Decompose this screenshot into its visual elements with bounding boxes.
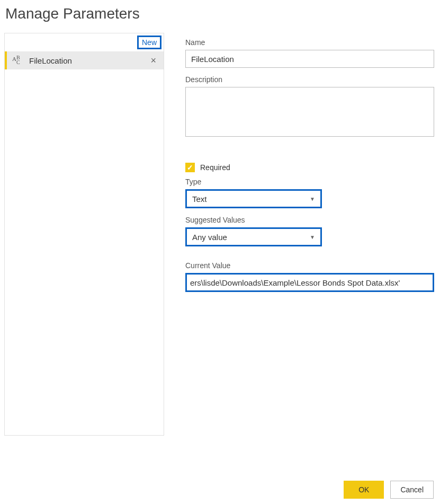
suggested-values-dropdown-value: Any value [192, 233, 227, 242]
type-dropdown-value: Text [192, 194, 207, 204]
chevron-down-icon: ▼ [310, 196, 315, 202]
chevron-down-icon: ▼ [310, 234, 315, 240]
ok-button[interactable]: OK [344, 481, 384, 499]
current-value-label: Current Value [185, 261, 436, 270]
delete-parameter-icon[interactable]: × [148, 56, 158, 65]
dialog-button-bar: OK Cancel [344, 481, 434, 499]
required-checkbox[interactable]: ✓ [185, 163, 195, 172]
type-dropdown[interactable]: Text ▼ [185, 189, 322, 208]
suggested-values-label: Suggested Values [185, 216, 436, 224]
current-value-input[interactable] [185, 273, 434, 292]
parameter-list-item[interactable]: ABC FileLocation × [5, 51, 164, 69]
abc-type-icon: ABC [12, 56, 23, 65]
new-parameter-button[interactable]: New [137, 36, 161, 49]
suggested-values-dropdown[interactable]: Any value ▼ [185, 227, 322, 246]
required-label: Required [200, 163, 230, 172]
cancel-button[interactable]: Cancel [390, 481, 434, 499]
type-label: Type [185, 178, 436, 186]
description-label: Description [185, 75, 436, 84]
parameter-list-panel: New ABC FileLocation × [4, 33, 164, 436]
name-label: Name [185, 38, 436, 47]
description-textarea [interactable] [185, 87, 434, 137]
parameter-item-name: FileLocation [29, 56, 148, 65]
parameter-form-panel: Name Description ✓ Required Type Text ▼ … [185, 33, 436, 436]
main-container: New ABC FileLocation × Name Description … [4, 33, 436, 436]
dialog-title: Manage Parameters [5, 5, 436, 22]
name-input[interactable] [185, 50, 434, 68]
